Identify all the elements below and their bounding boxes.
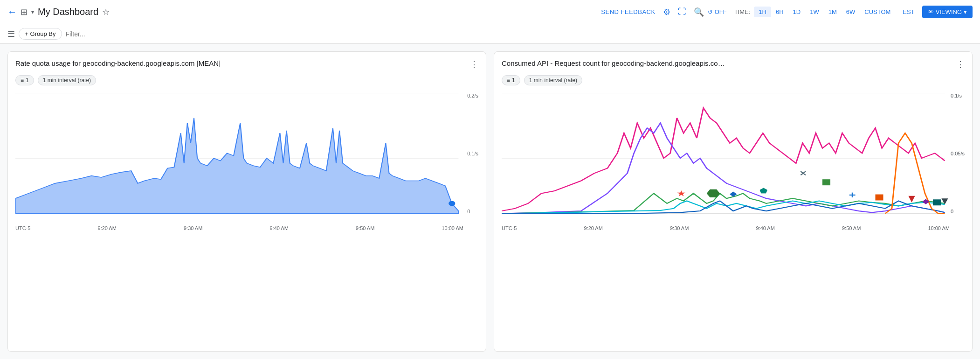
svg-text:+: + bbox=[849, 190, 856, 200]
filter-badge-2[interactable]: ≡ 1 bbox=[502, 75, 520, 85]
search-icon[interactable]: 🔍 bbox=[694, 7, 704, 17]
filter-count-2: 1 bbox=[512, 77, 515, 84]
eye-icon: 👁 bbox=[928, 8, 934, 15]
card-badges-2: ≡ 1 1 min interval (rate) bbox=[502, 75, 965, 85]
card-menu-button-1[interactable]: ⋮ bbox=[470, 59, 478, 70]
card-header-1: Rate quota usage for geocoding-backend.g… bbox=[15, 59, 478, 70]
x-label-1-2: 9:30 AM bbox=[184, 225, 202, 231]
viewing-dropdown-icon: ▾ bbox=[964, 8, 967, 15]
chart-card-1: Rate quota usage for geocoding-backend.g… bbox=[7, 51, 486, 352]
filter-badge-1[interactable]: ≡ 1 bbox=[15, 75, 34, 85]
svg-text:◆: ◆ bbox=[922, 197, 930, 205]
svg-rect-12 bbox=[822, 179, 830, 185]
filter-menu-icon[interactable]: ☰ bbox=[7, 29, 15, 39]
chart-card-2: Consumed API - Request count for geocodi… bbox=[494, 51, 973, 352]
dropdown-icon[interactable]: ▾ bbox=[31, 9, 34, 15]
time-btn-1h[interactable]: 1H bbox=[754, 7, 771, 17]
header-left: ← ⊞ ▾ My Dashboard ☆ bbox=[7, 7, 594, 17]
x-label-1-3: 9:40 AM bbox=[269, 225, 288, 231]
x-label-2-5: 10:00 AM bbox=[928, 225, 949, 231]
x-label-1-1: 9:20 AM bbox=[98, 225, 117, 231]
x-label-2-3: 9:40 AM bbox=[756, 225, 774, 231]
card-title-1: Rate quota usage for geocoding-backend.g… bbox=[15, 59, 221, 67]
group-by-button[interactable]: + Group By bbox=[19, 28, 62, 40]
filter-icon-2: ≡ bbox=[507, 77, 510, 84]
svg-point-3 bbox=[449, 201, 455, 206]
time-btn-6h[interactable]: 6H bbox=[771, 7, 788, 17]
svg-text:⬟: ⬟ bbox=[759, 187, 768, 195]
svg-text:★: ★ bbox=[677, 189, 686, 197]
x-label-1-0: UTC-5 bbox=[15, 225, 30, 231]
header-icons: ⚙ ⛶ 🔍 bbox=[663, 7, 704, 17]
interval-label-2: 1 min interval (rate) bbox=[529, 77, 577, 84]
main-content: Rate quota usage for geocoding-backend.g… bbox=[0, 44, 980, 359]
interval-badge-1[interactable]: 1 min interval (rate) bbox=[38, 75, 96, 85]
svg-text:◆: ◆ bbox=[730, 189, 737, 197]
viewing-button[interactable]: 👁 VIEWING ▾ bbox=[922, 6, 973, 18]
back-button[interactable]: ← bbox=[7, 7, 17, 17]
svg-text:✕: ✕ bbox=[799, 169, 807, 177]
header: ← ⊞ ▾ My Dashboard ☆ SEND FEEDBACK ⚙ ⛶ 🔍… bbox=[0, 0, 980, 24]
x-axis-1: UTC-5 9:20 AM 9:30 AM 9:40 AM 9:50 AM 10… bbox=[15, 225, 478, 231]
svg-rect-17 bbox=[933, 199, 941, 205]
card-header-2: Consumed API - Request count for geocodi… bbox=[502, 59, 965, 70]
card-badges-1: ≡ 1 1 min interval (rate) bbox=[15, 75, 478, 85]
gear-icon[interactable]: ⚙ bbox=[663, 7, 670, 17]
interval-badge-2[interactable]: 1 min interval (rate) bbox=[524, 75, 582, 85]
time-buttons: 1H 6H 1D 1W 1M 6W CUSTOM bbox=[754, 7, 895, 17]
svg-rect-14 bbox=[875, 195, 883, 201]
x-label-2-2: 9:30 AM bbox=[670, 225, 689, 231]
interval-label-1: 1 min interval (rate) bbox=[43, 77, 91, 84]
x-label-2-4: 9:50 AM bbox=[842, 225, 861, 231]
timezone-button[interactable]: EST bbox=[899, 8, 918, 15]
time-btn-1d[interactable]: 1D bbox=[788, 7, 806, 17]
time-btn-6w[interactable]: 6W bbox=[842, 7, 860, 17]
page-title: My Dashboard bbox=[38, 7, 98, 17]
filter-count-1: 1 bbox=[26, 77, 29, 84]
refresh-label: OFF bbox=[715, 8, 727, 15]
time-label: TIME: bbox=[734, 8, 751, 15]
x-axis-2: UTC-5 9:20 AM 9:30 AM 9:40 AM 9:50 AM 10… bbox=[502, 225, 965, 231]
plus-icon: + bbox=[25, 30, 28, 37]
filter-icon-1: ≡ bbox=[21, 77, 24, 84]
viewing-label: VIEWING bbox=[936, 8, 962, 15]
chart-area-2: 0.1/s 0.05/s 0 bbox=[502, 93, 965, 224]
star-icon[interactable]: ☆ bbox=[102, 7, 110, 17]
refresh-area[interactable]: ↺ OFF bbox=[708, 8, 727, 15]
fullscreen-icon[interactable]: ⛶ bbox=[678, 7, 686, 17]
chart-svg-2: ★ ◆ ⬟ ✕ + ◆ bbox=[502, 93, 965, 224]
filter-input[interactable] bbox=[66, 30, 973, 38]
x-label-2-1: 9:20 AM bbox=[584, 225, 603, 231]
card-title-2: Consumed API - Request count for geocodi… bbox=[502, 59, 725, 67]
refresh-icon: ↺ bbox=[708, 8, 713, 15]
x-label-1-5: 10:00 AM bbox=[442, 225, 463, 231]
svg-marker-15 bbox=[908, 196, 915, 203]
time-btn-1m[interactable]: 1M bbox=[824, 7, 842, 17]
chart-svg-1 bbox=[15, 93, 478, 224]
time-btn-custom[interactable]: CUSTOM bbox=[860, 7, 895, 17]
x-label-1-4: 9:50 AM bbox=[356, 225, 374, 231]
card-menu-button-2[interactable]: ⋮ bbox=[956, 59, 965, 70]
x-label-2-0: UTC-5 bbox=[502, 225, 517, 231]
dashboard-icon: ⊞ bbox=[21, 7, 28, 17]
chart-area-1: 0.2/s 0.1/s 0 bbox=[15, 93, 478, 224]
group-by-label: Group By bbox=[30, 30, 56, 37]
filter-bar: ☰ + Group By bbox=[0, 24, 980, 44]
time-btn-1w[interactable]: 1W bbox=[805, 7, 824, 17]
send-feedback-button[interactable]: SEND FEEDBACK bbox=[597, 8, 659, 15]
